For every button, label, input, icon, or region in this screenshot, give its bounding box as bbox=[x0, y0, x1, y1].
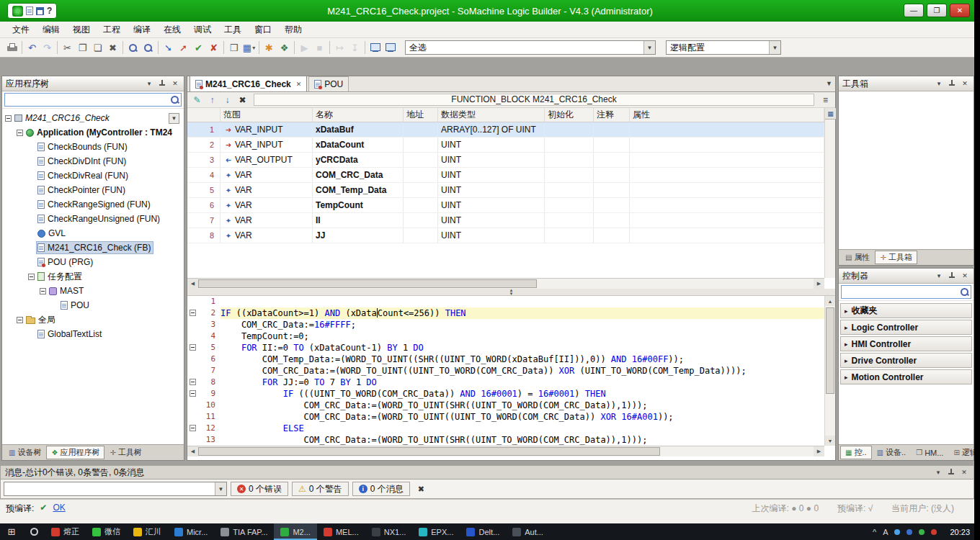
taskbar-app[interactable]: NX1... bbox=[365, 523, 413, 540]
combo-caret-icon[interactable]: ▼ bbox=[215, 482, 226, 495]
dock-caret-icon[interactable]: ▾ bbox=[144, 78, 154, 89]
status-green-icon[interactable] bbox=[919, 529, 925, 535]
tree-item[interactable]: POU (PRG) bbox=[2, 255, 184, 269]
undo-icon[interactable]: ↶ bbox=[24, 40, 40, 55]
print-icon[interactable] bbox=[4, 40, 19, 55]
build-icon[interactable]: ✔ bbox=[191, 40, 206, 55]
menu-item[interactable]: 帮助 bbox=[278, 22, 308, 38]
scroll-left-icon[interactable]: ◀ bbox=[187, 446, 198, 456]
taskbar-app[interactable]: M2... bbox=[274, 523, 316, 540]
code-line[interactable]: 6 COM_Temp_Data:=(WORD_TO_UINT((SHR((UIN… bbox=[187, 354, 824, 365]
grid-icon[interactable]: ▦▾ bbox=[241, 40, 257, 55]
combo-caret-icon[interactable]: ▼ bbox=[769, 41, 780, 54]
tree-item[interactable]: CheckBounds (FUN) bbox=[2, 140, 184, 154]
controller-category[interactable]: ▸Drive Controller bbox=[840, 353, 972, 368]
tree-root-caret-icon[interactable]: ▼ bbox=[169, 113, 179, 124]
monitor2-icon[interactable] bbox=[383, 40, 398, 55]
logout-icon[interactable]: ➚ bbox=[176, 40, 191, 55]
delete-icon[interactable]: ✖ bbox=[105, 40, 120, 55]
close-panel-icon[interactable]: ✕ bbox=[959, 467, 969, 477]
close-panel-icon[interactable]: ✕ bbox=[170, 78, 180, 89]
sort-icon[interactable]: ≡ bbox=[819, 94, 832, 107]
device-filter-combo[interactable]: 全选 ▼ bbox=[405, 40, 656, 55]
tree-item[interactable]: M241_CRC16_Check▼ bbox=[2, 111, 184, 125]
scroll-left-icon[interactable]: ◀ bbox=[187, 279, 198, 289]
tree-item[interactable]: MAST bbox=[2, 284, 184, 298]
editor-tab[interactable]: M241_CRC16_Check✕ bbox=[190, 76, 307, 91]
taskbar-app[interactable]: Micr... bbox=[168, 523, 214, 540]
tree-search-input[interactable] bbox=[6, 94, 170, 105]
taskbar-search-button[interactable] bbox=[23, 523, 45, 540]
close-tab-icon[interactable]: ✕ bbox=[296, 81, 302, 88]
dock-caret-icon[interactable]: ▾ bbox=[933, 467, 943, 477]
start-button[interactable]: ⊞ bbox=[0, 523, 23, 540]
controller-search-input[interactable] bbox=[843, 287, 960, 297]
precompile-status[interactable]: OK bbox=[53, 503, 65, 513]
tree-expander-icon[interactable] bbox=[40, 288, 46, 294]
save-icon[interactable] bbox=[36, 7, 44, 15]
decl-row[interactable]: 2➜VAR_INPUTxDataCountUINT bbox=[187, 138, 824, 153]
menu-item[interactable]: 文件 bbox=[6, 22, 36, 38]
clean-icon[interactable]: ✘ bbox=[206, 40, 221, 55]
move-up-icon[interactable]: ↑ bbox=[205, 94, 219, 107]
decl-hscrollbar[interactable]: ◀ ▶ bbox=[187, 278, 824, 289]
paste-special-icon[interactable]: ❒ bbox=[226, 40, 241, 55]
find-replace-icon[interactable] bbox=[141, 40, 156, 55]
tree-item[interactable]: GVL bbox=[2, 226, 184, 240]
tree-expander-icon[interactable] bbox=[5, 115, 12, 122]
fold-marker-icon[interactable] bbox=[190, 310, 196, 316]
tree-item[interactable]: POU bbox=[2, 298, 184, 312]
code-editor[interactable]: 12IF ((xDataCount>=1) AND (xDataCount<=2… bbox=[187, 296, 824, 446]
menu-item[interactable]: 在线 bbox=[157, 22, 187, 38]
decl-row[interactable]: 3➜VAR_OUTPUTyCRCDataUINT bbox=[187, 153, 824, 168]
code-vscrollbar[interactable]: ▲ ▼ bbox=[824, 296, 835, 446]
code-line[interactable]: 3 COM_CRC_Data:=16#FFFF; bbox=[187, 319, 824, 330]
code-line[interactable]: 10 COM_CRC_Data:=(WORD_TO_UINT(SHR((UINT… bbox=[187, 400, 824, 411]
restore-button[interactable]: ❐ bbox=[927, 4, 947, 17]
delete-declaration-icon[interactable]: ✖ bbox=[236, 94, 249, 107]
scroll-down-icon[interactable]: ▼ bbox=[825, 436, 835, 446]
code-line[interactable]: 2IF ((xDataCount>=1) AND (xDataCount<=25… bbox=[187, 307, 824, 319]
combo-caret-icon[interactable]: ▼ bbox=[643, 41, 655, 54]
dock-tab[interactable]: ▦控.. bbox=[840, 446, 872, 459]
ime-icon[interactable]: A bbox=[883, 528, 888, 536]
code-line[interactable]: 4 TempCount:=0; bbox=[187, 330, 824, 342]
tree-item[interactable]: M241_CRC16_Check (FB) bbox=[2, 240, 184, 255]
network-icon[interactable] bbox=[894, 529, 900, 535]
scroll-right-icon[interactable]: ▶ bbox=[814, 446, 824, 456]
taskbar-app[interactable]: Delt... bbox=[460, 523, 506, 540]
code-line[interactable]: 11 COM_CRC_Data:=(WORD_TO_UINT((UINT_TO_… bbox=[187, 411, 824, 423]
dock-tab[interactable]: ✛工具树 bbox=[104, 446, 146, 459]
fold-marker-icon[interactable] bbox=[190, 344, 196, 351]
new-file-icon[interactable] bbox=[26, 6, 33, 15]
pin-icon[interactable] bbox=[947, 271, 957, 281]
close-button[interactable]: ✕ bbox=[950, 4, 970, 17]
decl-row[interactable]: 7✦VARIIUINT bbox=[187, 213, 824, 228]
editor-splitter[interactable]: ▲▼ bbox=[187, 289, 835, 296]
messages-filter-button[interactable]: i 0 个消息 bbox=[352, 482, 410, 496]
code-line[interactable]: 9 IF (((UINT_TO_WORD(COM_CRC_Data)) AND … bbox=[187, 388, 824, 400]
library-icon[interactable]: ❖ bbox=[277, 40, 292, 55]
tree-item[interactable]: CheckRangeSigned (FUN) bbox=[2, 197, 184, 212]
taskbar-app[interactable]: 熔正 bbox=[45, 523, 86, 540]
menu-item[interactable]: 调试 bbox=[187, 22, 218, 38]
scroll-up-icon[interactable]: ▲ bbox=[825, 296, 835, 306]
controller-category[interactable]: ▸Logic Controller bbox=[840, 320, 972, 335]
tree-expander-icon[interactable] bbox=[17, 130, 23, 136]
edit-declaration-icon[interactable]: ✎ bbox=[190, 94, 204, 107]
code-line[interactable]: 5 FOR II:=0 TO (xDataCount-1) BY 1 DO bbox=[187, 342, 824, 354]
help-icon[interactable]: ? bbox=[47, 6, 52, 16]
editor-tab[interactable]: POU bbox=[308, 76, 349, 91]
copy-icon[interactable]: ❐ bbox=[75, 40, 90, 55]
controller-category[interactable]: ▸HMI Controller bbox=[840, 336, 972, 351]
monitor1-icon[interactable] bbox=[368, 40, 383, 55]
decl-row[interactable]: 8✦VARJJUINT bbox=[187, 228, 824, 243]
search-icon[interactable] bbox=[170, 95, 179, 104]
move-down-icon[interactable]: ↓ bbox=[220, 94, 234, 107]
dock-tab[interactable]: ❖应用程序树 bbox=[46, 446, 104, 459]
menu-item[interactable]: 视图 bbox=[66, 22, 97, 38]
decl-row[interactable]: 4✦VARCOM_CRC_DataUINT bbox=[187, 168, 824, 183]
pin-icon[interactable] bbox=[157, 78, 167, 89]
tree-item[interactable]: CheckPointer (FUN) bbox=[2, 183, 184, 197]
dock-caret-icon[interactable]: ▾ bbox=[934, 271, 944, 281]
